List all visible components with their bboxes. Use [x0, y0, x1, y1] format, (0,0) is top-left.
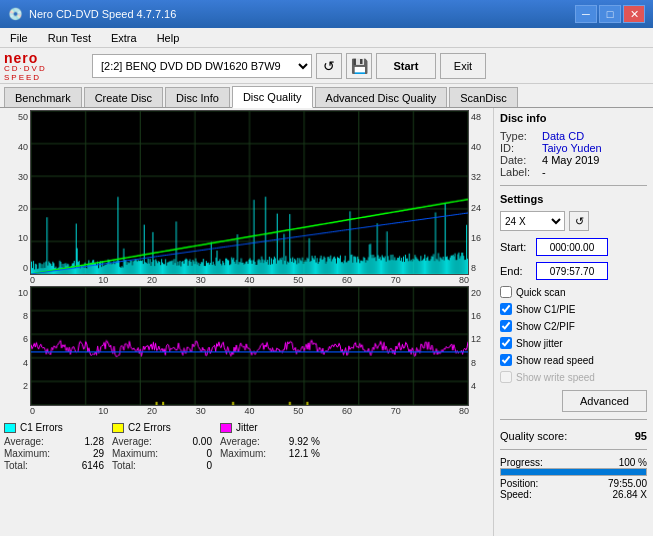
- drive-select[interactable]: [2:2] BENQ DVD DD DW1620 B7W9: [92, 54, 312, 78]
- show-write-speed-checkbox[interactable]: [500, 371, 512, 383]
- exit-button[interactable]: Exit: [440, 53, 486, 79]
- jitter-color-box: [220, 423, 232, 433]
- tab-create-disc[interactable]: Create Disc: [84, 87, 163, 107]
- menu-extra[interactable]: Extra: [105, 30, 143, 46]
- tab-disc-info[interactable]: Disc Info: [165, 87, 230, 107]
- menu-run-test[interactable]: Run Test: [42, 30, 97, 46]
- c1-max-label: Maximum:: [4, 448, 50, 459]
- progress-bar-fill: [501, 469, 646, 475]
- save-button[interactable]: 💾: [346, 53, 372, 79]
- speed-select[interactable]: 24 X: [500, 211, 565, 231]
- show-c2-checkbox[interactable]: [500, 320, 512, 332]
- disc-label-value: -: [542, 166, 546, 178]
- show-read-speed-row: Show read speed: [500, 354, 647, 366]
- chart-area: 50403020100 48403224168 0 10 20 30 40 50…: [0, 108, 493, 536]
- advanced-button[interactable]: Advanced: [562, 390, 647, 412]
- show-c2-label: Show C2/PIF: [516, 321, 575, 332]
- c1-max-value: 29: [64, 448, 104, 459]
- menu-file[interactable]: File: [4, 30, 34, 46]
- jitter-max-label: Maximum:: [220, 448, 266, 459]
- id-label: ID:: [500, 142, 538, 154]
- refresh-drive-button[interactable]: ↺: [316, 53, 342, 79]
- lower-chart-y-left: 108642: [2, 286, 30, 406]
- tab-scandisc[interactable]: ScanDisc: [449, 87, 517, 107]
- type-label: Type:: [500, 130, 538, 142]
- progress-section: Progress: 100 % Position: 79:55.00 Speed…: [500, 457, 647, 500]
- refresh-settings-button[interactable]: ↺: [569, 211, 589, 231]
- tab-benchmark[interactable]: Benchmark: [4, 87, 82, 107]
- end-time-row: End:: [500, 262, 647, 280]
- app-icon: 💿: [8, 7, 23, 21]
- c2-max-value: 0: [172, 448, 212, 459]
- disc-label-label: Label:: [500, 166, 538, 178]
- quick-scan-label: Quick scan: [516, 287, 565, 298]
- lower-chart-x-axis: 0 10 20 30 40 50 60 70 80: [2, 406, 491, 416]
- menu-help[interactable]: Help: [151, 30, 186, 46]
- tabs: Benchmark Create Disc Disc Info Disc Qua…: [0, 84, 653, 108]
- type-value: Data CD: [542, 130, 584, 142]
- lower-chart-y-right: 20161284: [469, 286, 491, 406]
- show-c2-row: Show C2/PIF: [500, 320, 647, 332]
- upper-chart-x-axis: 0 10 20 30 40 50 60 70 80: [2, 275, 491, 285]
- start-time-input[interactable]: [536, 238, 608, 256]
- upper-chart-y-left: 50403020100: [2, 110, 30, 275]
- divider-2: [500, 419, 647, 420]
- show-jitter-checkbox[interactable]: [500, 337, 512, 349]
- title-bar-controls: ─ □ ✕: [575, 5, 645, 23]
- maximize-button[interactable]: □: [599, 5, 621, 23]
- jitter-avg-label: Average:: [220, 436, 260, 447]
- title-bar-left: 💿 Nero CD-DVD Speed 4.7.7.16: [8, 7, 176, 21]
- speed-row: Speed: 26.84 X: [500, 489, 647, 500]
- settings-title: Settings: [500, 193, 647, 205]
- end-time-input[interactable]: [536, 262, 608, 280]
- c1-total-label: Total:: [4, 460, 28, 471]
- position-label: Position:: [500, 478, 538, 489]
- id-value: Taiyo Yuden: [542, 142, 602, 154]
- jitter-label: Jitter: [236, 422, 258, 433]
- toolbar: nero CD·DVD SPEED [2:2] BENQ DVD DD DW16…: [0, 48, 653, 84]
- date-value: 4 May 2019: [542, 154, 599, 166]
- c1-errors-group: C1 Errors Average: 1.28 Maximum: 29 Tota…: [4, 422, 104, 471]
- tab-disc-quality[interactable]: Disc Quality: [232, 86, 313, 108]
- divider-1: [500, 185, 647, 186]
- menu-bar: File Run Test Extra Help: [0, 28, 653, 48]
- divider-3: [500, 449, 647, 450]
- c2-total-value: 0: [172, 460, 212, 471]
- c1-avg-value: 1.28: [64, 436, 104, 447]
- title-bar: 💿 Nero CD-DVD Speed 4.7.7.16 ─ □ ✕: [0, 0, 653, 28]
- date-label: Date:: [500, 154, 538, 166]
- quality-score-label: Quality score:: [500, 430, 567, 442]
- progress-value: 100 %: [619, 457, 647, 468]
- quick-scan-checkbox[interactable]: [500, 286, 512, 298]
- nero-logo-subtitle: CD·DVD SPEED: [4, 64, 84, 82]
- right-panel: Disc info Type: Data CD ID: Taiyo Yuden …: [493, 108, 653, 536]
- start-button[interactable]: Start: [376, 53, 436, 79]
- c2-avg-label: Average:: [112, 436, 152, 447]
- c1-color-box: [4, 423, 16, 433]
- speed-label: Speed:: [500, 489, 532, 500]
- jitter-max-value: 12.1 %: [280, 448, 320, 459]
- show-c1-checkbox[interactable]: [500, 303, 512, 315]
- start-time-row: Start:: [500, 238, 647, 256]
- tab-advanced-disc-quality[interactable]: Advanced Disc Quality: [315, 87, 448, 107]
- show-read-speed-checkbox[interactable]: [500, 354, 512, 366]
- c1-label: C1 Errors: [20, 422, 63, 433]
- close-button[interactable]: ✕: [623, 5, 645, 23]
- minimize-button[interactable]: ─: [575, 5, 597, 23]
- app-title: Nero CD-DVD Speed 4.7.7.16: [29, 8, 176, 20]
- start-label: Start:: [500, 241, 532, 253]
- jitter-group: Jitter Average: 9.92 % Maximum: 12.1 %: [220, 422, 320, 471]
- main-content: 50403020100 48403224168 0 10 20 30 40 50…: [0, 108, 653, 536]
- c1-avg-label: Average:: [4, 436, 44, 447]
- c2-errors-group: C2 Errors Average: 0.00 Maximum: 0 Total…: [112, 422, 212, 471]
- show-read-speed-label: Show read speed: [516, 355, 594, 366]
- upper-chart-y-right: 48403224168: [469, 110, 491, 275]
- position-value: 79:55.00: [608, 478, 647, 489]
- speed-value: 26.84 X: [613, 489, 647, 500]
- position-row: Position: 79:55.00: [500, 478, 647, 489]
- progress-row: Progress: 100 %: [500, 457, 647, 468]
- show-write-speed-row: Show write speed: [500, 371, 647, 383]
- progress-bar-container: [500, 468, 647, 476]
- quality-row: Quality score: 95: [500, 430, 647, 442]
- show-c1-label: Show C1/PIE: [516, 304, 575, 315]
